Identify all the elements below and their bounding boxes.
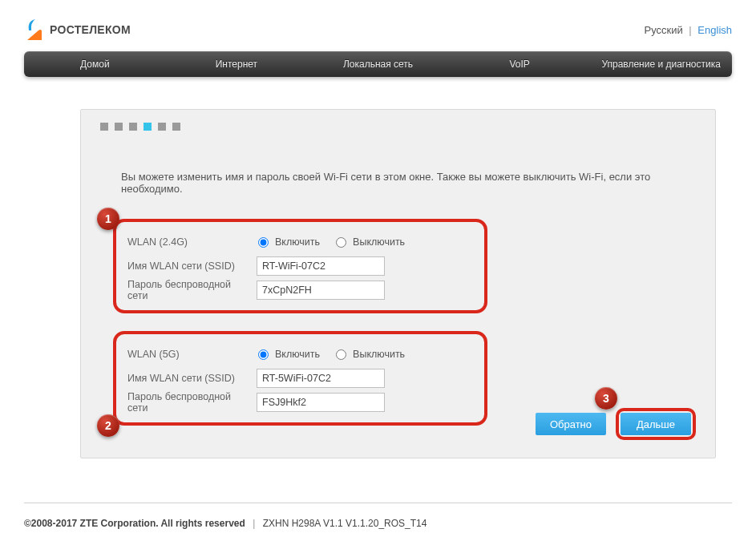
step-6 bbox=[172, 123, 180, 131]
nav-home[interactable]: Домой bbox=[24, 51, 166, 77]
wlan-24g-ssid-input[interactable] bbox=[257, 256, 385, 276]
wlan-24g-title: WLAN (2.4G) bbox=[127, 236, 252, 248]
wlan-24g-disable-radio[interactable] bbox=[336, 237, 346, 248]
next-button-highlight: 3 Дальше bbox=[616, 408, 696, 440]
brand-name: РОСТЕЛЕКОМ bbox=[50, 23, 131, 36]
next-button[interactable]: Дальше bbox=[621, 413, 691, 435]
wlan-5g-enable-radio[interactable] bbox=[258, 349, 269, 360]
model-text: ZXHN H298A V1.1 V1.1.20_ROS_T14 bbox=[263, 518, 427, 529]
rostelecom-icon bbox=[24, 16, 45, 43]
annotation-badge-2: 2 bbox=[97, 414, 119, 437]
wlan-5g-pwd-label: Пароль беспроводной сети bbox=[127, 391, 252, 414]
wlan-5g-title: WLAN (5G) bbox=[127, 349, 252, 360]
page-footer: ©2008-2017 ZTE Corporation. All rights r… bbox=[0, 503, 756, 543]
wlan-5g-ssid-label: Имя WLAN сети (SSID) bbox=[127, 373, 252, 384]
step-1 bbox=[100, 123, 108, 131]
wlan-24g-group: 1 WLAN (2.4G) Включить Выключить Имя WLA… bbox=[113, 219, 487, 313]
wizard-buttons: Обратно 3 Дальше bbox=[536, 408, 696, 440]
wlan-5g-group: 2 WLAN (5G) Включить Выключить Имя WLAN … bbox=[113, 331, 487, 426]
language-switch: Русский | English bbox=[644, 24, 732, 36]
wlan-5g-disable-radio[interactable] bbox=[336, 349, 346, 360]
wizard-panel: Вы можете изменить имя и пароль своей Wi… bbox=[80, 109, 716, 458]
wizard-intro-text: Вы можете изменить имя и пароль своей Wi… bbox=[100, 171, 696, 195]
annotation-badge-1: 1 bbox=[97, 208, 119, 230]
wizard-steps bbox=[100, 123, 696, 131]
wlan-24g-disable-label: Выключить bbox=[353, 236, 405, 248]
copyright-text: ©2008-2017 ZTE Corporation. All rights r… bbox=[24, 518, 245, 529]
step-3 bbox=[129, 123, 137, 131]
wlan-5g-pwd-input[interactable] bbox=[257, 393, 385, 412]
wlan-24g-enable-label: Включить bbox=[275, 236, 320, 248]
main-nav: Домой Интернет Локальная сеть VoIP Управ… bbox=[24, 51, 732, 77]
wlan-24g-enable-radio[interactable] bbox=[258, 237, 269, 248]
nav-manage[interactable]: Управление и диагностика bbox=[590, 51, 732, 77]
nav-internet[interactable]: Интернет bbox=[166, 51, 308, 77]
wlan-24g-ssid-label: Имя WLAN сети (SSID) bbox=[127, 260, 252, 272]
lang-ru[interactable]: Русский bbox=[644, 24, 682, 36]
step-4 bbox=[144, 123, 152, 131]
wlan-5g-ssid-input[interactable] bbox=[257, 369, 385, 388]
lang-en[interactable]: English bbox=[697, 24, 732, 36]
page-header: РОСТЕЛЕКОМ Русский | English bbox=[0, 0, 756, 51]
nav-lan[interactable]: Локальная сеть bbox=[307, 51, 449, 77]
step-2 bbox=[115, 123, 123, 131]
nav-voip[interactable]: VoIP bbox=[449, 51, 591, 77]
brand-logo: РОСТЕЛЕКОМ bbox=[24, 16, 131, 43]
back-button[interactable]: Обратно bbox=[536, 413, 606, 435]
step-5 bbox=[158, 123, 166, 131]
wlan-24g-pwd-label: Пароль беспроводной сети bbox=[127, 279, 252, 301]
wlan-24g-pwd-input[interactable] bbox=[257, 281, 385, 300]
wlan-5g-enable-label: Включить bbox=[275, 349, 320, 360]
wlan-5g-disable-label: Выключить bbox=[353, 349, 405, 360]
annotation-badge-3: 3 bbox=[595, 387, 617, 410]
